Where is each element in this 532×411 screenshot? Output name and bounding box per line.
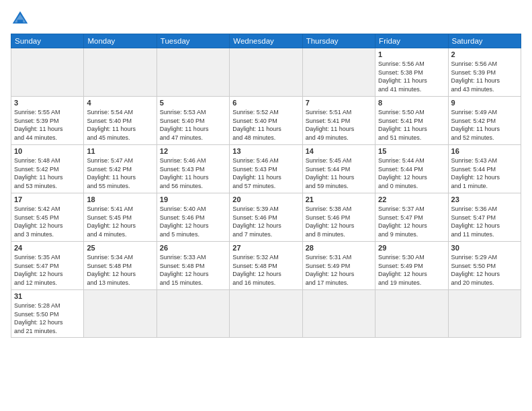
day-info: Sunrise: 5:56 AM Sunset: 5:39 PM Dayligh… (451, 60, 518, 93)
calendar-cell: 6Sunrise: 5:52 AM Sunset: 5:40 PM Daylig… (230, 97, 302, 145)
calendar-cell: 19Sunrise: 5:40 AM Sunset: 5:46 PM Dayli… (157, 193, 229, 242)
day-number: 9 (451, 99, 518, 107)
day-number: 25 (87, 244, 153, 252)
calendar-cell: 8Sunrise: 5:50 AM Sunset: 5:41 PM Daylig… (375, 97, 448, 145)
svg-rect-2 (17, 19, 23, 24)
day-info: Sunrise: 5:34 AM Sunset: 5:48 PM Dayligh… (87, 253, 153, 287)
day-info: Sunrise: 5:39 AM Sunset: 5:46 PM Dayligh… (232, 205, 299, 238)
calendar-cell: 14Sunrise: 5:45 AM Sunset: 5:44 PM Dayli… (302, 145, 375, 193)
weekday-header-thursday: Thursday (302, 34, 375, 48)
day-info: Sunrise: 5:43 AM Sunset: 5:44 PM Dayligh… (451, 156, 518, 190)
calendar-cell: 31Sunrise: 5:28 AM Sunset: 5:50 PM Dayli… (11, 290, 84, 338)
day-number: 23 (451, 195, 518, 203)
calendar-cell: 18Sunrise: 5:41 AM Sunset: 5:45 PM Dayli… (84, 193, 157, 242)
day-info: Sunrise: 5:49 AM Sunset: 5:42 PM Dayligh… (451, 108, 518, 142)
day-info: Sunrise: 5:52 AM Sunset: 5:40 PM Dayligh… (232, 108, 299, 142)
calendar-cell: 26Sunrise: 5:33 AM Sunset: 5:48 PM Dayli… (157, 242, 229, 290)
day-number: 15 (378, 147, 445, 155)
calendar-cell (11, 48, 84, 97)
calendar-cell: 30Sunrise: 5:29 AM Sunset: 5:50 PM Dayli… (448, 242, 521, 290)
logo (11, 9, 32, 28)
calendar-cell: 15Sunrise: 5:44 AM Sunset: 5:44 PM Dayli… (375, 145, 448, 193)
calendar-cell: 21Sunrise: 5:38 AM Sunset: 5:46 PM Dayli… (302, 193, 375, 242)
day-number: 11 (87, 147, 153, 155)
day-number: 12 (160, 147, 226, 155)
calendar-cell: 29Sunrise: 5:30 AM Sunset: 5:49 PM Dayli… (375, 242, 448, 290)
day-number: 21 (306, 195, 372, 203)
day-number: 19 (160, 195, 226, 203)
calendar-cell: 22Sunrise: 5:37 AM Sunset: 5:47 PM Dayli… (375, 193, 448, 242)
calendar-cell: 17Sunrise: 5:42 AM Sunset: 5:45 PM Dayli… (11, 193, 84, 242)
day-number: 4 (87, 99, 153, 107)
day-info: Sunrise: 5:50 AM Sunset: 5:41 PM Dayligh… (378, 108, 445, 142)
calendar-cell: 12Sunrise: 5:46 AM Sunset: 5:43 PM Dayli… (157, 145, 229, 193)
day-info: Sunrise: 5:31 AM Sunset: 5:49 PM Dayligh… (306, 253, 372, 287)
day-info: Sunrise: 5:29 AM Sunset: 5:50 PM Dayligh… (451, 253, 518, 287)
weekday-header-saturday: Saturday (448, 34, 521, 48)
day-number: 14 (306, 147, 372, 155)
weekday-header-row: SundayMondayTuesdayWednesdayThursdayFrid… (11, 34, 521, 48)
weekday-header-friday: Friday (375, 34, 448, 48)
day-number: 18 (87, 195, 153, 203)
day-info: Sunrise: 5:55 AM Sunset: 5:39 PM Dayligh… (14, 108, 81, 142)
day-number: 30 (451, 244, 518, 252)
calendar-cell (84, 290, 157, 338)
calendar-cell (448, 290, 521, 338)
day-number: 7 (306, 99, 372, 107)
day-number: 26 (160, 244, 226, 252)
calendar-cell (375, 290, 448, 338)
day-info: Sunrise: 5:46 AM Sunset: 5:43 PM Dayligh… (232, 156, 299, 190)
day-info: Sunrise: 5:36 AM Sunset: 5:47 PM Dayligh… (451, 205, 518, 238)
day-info: Sunrise: 5:35 AM Sunset: 5:47 PM Dayligh… (14, 253, 81, 287)
calendar-cell (157, 48, 229, 97)
week-row-6: 31Sunrise: 5:28 AM Sunset: 5:50 PM Dayli… (11, 290, 521, 338)
calendar-cell: 28Sunrise: 5:31 AM Sunset: 5:49 PM Dayli… (302, 242, 375, 290)
week-row-3: 10Sunrise: 5:48 AM Sunset: 5:42 PM Dayli… (11, 145, 521, 193)
day-number: 17 (14, 195, 81, 203)
day-number: 22 (378, 195, 445, 203)
weekday-header-monday: Monday (84, 34, 157, 48)
calendar-cell: 4Sunrise: 5:54 AM Sunset: 5:40 PM Daylig… (84, 97, 157, 145)
calendar-cell: 27Sunrise: 5:32 AM Sunset: 5:48 PM Dayli… (230, 242, 302, 290)
day-number: 20 (232, 195, 299, 203)
calendar-cell (302, 290, 375, 338)
day-info: Sunrise: 5:33 AM Sunset: 5:48 PM Dayligh… (160, 253, 226, 287)
day-number: 29 (378, 244, 445, 252)
logo-icon (11, 9, 30, 28)
calendar-cell: 3Sunrise: 5:55 AM Sunset: 5:39 PM Daylig… (11, 97, 84, 145)
header (11, 9, 521, 28)
calendar-cell: 16Sunrise: 5:43 AM Sunset: 5:44 PM Dayli… (448, 145, 521, 193)
day-info: Sunrise: 5:37 AM Sunset: 5:47 PM Dayligh… (378, 205, 445, 238)
weekday-header-tuesday: Tuesday (157, 34, 229, 48)
calendar-cell: 25Sunrise: 5:34 AM Sunset: 5:48 PM Dayli… (84, 242, 157, 290)
calendar-cell: 9Sunrise: 5:49 AM Sunset: 5:42 PM Daylig… (448, 97, 521, 145)
day-number: 8 (378, 99, 445, 107)
calendar-cell: 13Sunrise: 5:46 AM Sunset: 5:43 PM Dayli… (230, 145, 302, 193)
day-number: 5 (160, 99, 226, 107)
calendar-cell: 11Sunrise: 5:47 AM Sunset: 5:42 PM Dayli… (84, 145, 157, 193)
day-number: 1 (378, 50, 445, 58)
page: SundayMondayTuesdayWednesdayThursdayFrid… (0, 0, 532, 411)
day-number: 2 (451, 50, 518, 58)
calendar-cell: 7Sunrise: 5:51 AM Sunset: 5:41 PM Daylig… (302, 97, 375, 145)
day-number: 6 (232, 99, 299, 107)
day-info: Sunrise: 5:32 AM Sunset: 5:48 PM Dayligh… (232, 253, 299, 287)
day-info: Sunrise: 5:54 AM Sunset: 5:40 PM Dayligh… (87, 108, 153, 142)
day-info: Sunrise: 5:38 AM Sunset: 5:46 PM Dayligh… (306, 205, 372, 238)
day-number: 31 (14, 292, 81, 300)
day-number: 28 (306, 244, 372, 252)
day-info: Sunrise: 5:40 AM Sunset: 5:46 PM Dayligh… (160, 205, 226, 238)
calendar-cell: 20Sunrise: 5:39 AM Sunset: 5:46 PM Dayli… (230, 193, 302, 242)
day-number: 3 (14, 99, 81, 107)
day-info: Sunrise: 5:46 AM Sunset: 5:43 PM Dayligh… (160, 156, 226, 190)
day-info: Sunrise: 5:41 AM Sunset: 5:45 PM Dayligh… (87, 205, 153, 238)
calendar: SundayMondayTuesdayWednesdayThursdayFrid… (11, 34, 521, 338)
day-info: Sunrise: 5:28 AM Sunset: 5:50 PM Dayligh… (14, 302, 81, 335)
week-row-5: 24Sunrise: 5:35 AM Sunset: 5:47 PM Dayli… (11, 242, 521, 290)
calendar-cell: 1Sunrise: 5:56 AM Sunset: 5:38 PM Daylig… (375, 48, 448, 97)
calendar-cell (302, 48, 375, 97)
calendar-cell (230, 48, 302, 97)
calendar-cell (230, 290, 302, 338)
calendar-cell: 10Sunrise: 5:48 AM Sunset: 5:42 PM Dayli… (11, 145, 84, 193)
calendar-cell (84, 48, 157, 97)
